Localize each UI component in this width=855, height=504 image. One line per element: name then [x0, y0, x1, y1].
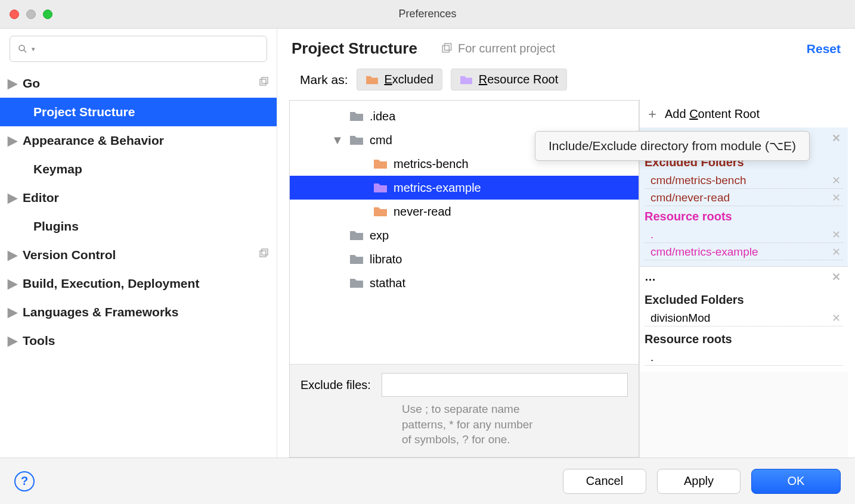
preferences-tree: ▶ Go Project Structure ▶ Appearance & Be… [0, 66, 277, 458]
directory-row[interactable]: metrics-example [290, 176, 639, 200]
sidebar-item-editor[interactable]: ▶ Editor [0, 183, 277, 212]
content-root-entry[interactable]: … ✕ [640, 266, 848, 287]
directory-label: stathat [370, 276, 405, 290]
caret-right-icon: ▶ [7, 334, 18, 348]
resource-root-item[interactable]: . [645, 349, 843, 366]
help-button[interactable]: ? [14, 471, 35, 491]
window-title: Preferences [0, 8, 855, 20]
folder-excluded-icon [365, 74, 379, 85]
remove-excluded-button[interactable]: ✕ [829, 174, 843, 187]
sidebar-item-label: Editor [23, 191, 59, 205]
remove-excluded-button[interactable]: ✕ [829, 312, 843, 325]
sidebar-item-keymap[interactable]: Keymap [0, 155, 277, 183]
directory-label: metrics-example [394, 181, 481, 195]
sidebar-item-plugins[interactable]: Plugins [0, 212, 277, 241]
remove-content-root-button[interactable]: ✕ [829, 132, 843, 145]
svg-rect-5 [262, 249, 268, 255]
page-title: Project Structure [292, 39, 417, 58]
excluded-folder-item[interactable]: divisionMod ✕ [645, 309, 843, 326]
remove-resource-button[interactable]: ✕ [829, 228, 843, 241]
exclude-files-label: Exclude files: [301, 378, 371, 392]
svg-line-1 [24, 50, 26, 52]
svg-rect-2 [260, 79, 266, 85]
main-panel: Project Structure For current project Re… [277, 29, 855, 458]
mark-resource-root-button[interactable]: Resource Root [451, 69, 567, 91]
sidebar-item-appearance[interactable]: ▶ Appearance & Behavior [0, 126, 277, 155]
folder-icon [373, 182, 388, 194]
folder-icon [373, 206, 388, 217]
sidebar-item-label: Languages & Frameworks [23, 305, 178, 319]
exclude-files-hint: Use ; to separate name patterns, * for a… [301, 402, 628, 447]
add-content-root-label: Add Content Root [665, 107, 760, 121]
folder-resource-icon [460, 74, 473, 85]
reset-button[interactable]: Reset [807, 42, 841, 56]
resource-root-item[interactable]: . ✕ [645, 226, 843, 243]
project-scope-icon [259, 248, 269, 262]
directory-label: never-read [394, 205, 451, 219]
resource-root-item[interactable]: cmd/metrics-example ✕ [645, 243, 843, 260]
sidebar-item-tools[interactable]: ▶ Tools [0, 326, 277, 355]
resource-roots-header: Resource roots [645, 210, 843, 223]
caret-right-icon: ▶ [7, 76, 18, 91]
sidebar-item-go[interactable]: ▶ Go [0, 69, 277, 98]
exclude-files-input[interactable] [382, 373, 628, 397]
ok-button[interactable]: OK [751, 469, 841, 494]
directory-row[interactable]: never-read [290, 200, 639, 223]
directory-row[interactable]: librato [290, 247, 639, 271]
folder-icon [349, 253, 364, 265]
caret-right-icon: ▶ [7, 276, 18, 291]
dialog-footer: ? Cancel Apply OK [0, 458, 855, 504]
content-root-path: … [645, 270, 656, 284]
directory-label: .idea [370, 110, 395, 123]
search-input[interactable]: ▾ [10, 36, 267, 62]
remove-resource-button[interactable]: ✕ [829, 245, 843, 259]
directory-label: cmd [370, 133, 392, 147]
tooltip: Include/Exclude directory from module (⌥… [535, 131, 810, 161]
root1-groups: Excluded Folders cmd/metrics-bench ✕ cmd… [640, 148, 848, 266]
project-scope-icon [441, 43, 453, 55]
folder-icon [373, 158, 388, 170]
excluded-folder-item[interactable]: cmd/metrics-bench ✕ [645, 172, 843, 189]
sidebar-item-version-control[interactable]: ▶ Version Control [0, 241, 277, 269]
sidebar-item-label: Version Control [23, 248, 116, 262]
exclude-files-section: Exclude files: Use ; to separate name pa… [290, 364, 639, 457]
folder-icon [349, 277, 364, 289]
directory-row[interactable]: stathat [290, 271, 639, 295]
folder-icon [349, 110, 364, 122]
root2-groups: Excluded Folders divisionMod ✕ Resource … [640, 287, 848, 372]
panel-header: Project Structure For current project Re… [277, 29, 855, 64]
mark-as-row: Mark as: Excluded Resource Root [277, 64, 855, 99]
project-scope-icon [259, 76, 269, 91]
caret-down-icon: ▼ [332, 133, 343, 147]
excluded-folders-header: Excluded Folders [645, 293, 843, 307]
scope-indicator: For current project [441, 42, 555, 55]
mark-excluded-button[interactable]: Excluded [357, 69, 442, 91]
excluded-folder-item[interactable]: cmd/never-read ✕ [645, 189, 843, 206]
cancel-button[interactable]: Cancel [563, 469, 646, 494]
caret-right-icon: ▶ [7, 305, 18, 319]
caret-right-icon: ▶ [7, 248, 18, 262]
caret-right-icon: ▶ [7, 191, 18, 205]
svg-rect-3 [262, 77, 268, 83]
svg-point-0 [19, 45, 24, 51]
titlebar: Preferences [0, 0, 855, 29]
search-icon [17, 43, 28, 54]
sidebar-item-label: Appearance & Behavior [23, 133, 164, 148]
svg-rect-7 [445, 43, 451, 50]
search-field[interactable] [39, 43, 259, 54]
sidebar-item-project-structure[interactable]: Project Structure [0, 98, 277, 126]
sidebar-item-build[interactable]: ▶ Build, Execution, Deployment [0, 269, 277, 298]
apply-button[interactable]: Apply [657, 469, 741, 494]
svg-rect-4 [260, 251, 266, 257]
sidebar-item-languages[interactable]: ▶ Languages & Frameworks [0, 298, 277, 326]
remove-content-root-button[interactable]: ✕ [829, 270, 843, 284]
caret-right-icon: ▶ [7, 133, 18, 148]
directory-row[interactable]: .idea [290, 104, 639, 128]
sidebar-item-label: Build, Execution, Deployment [23, 276, 199, 291]
directory-label: librato [370, 253, 402, 266]
remove-excluded-button[interactable]: ✕ [829, 191, 843, 204]
add-content-root-button[interactable]: ＋ Add Content Root [640, 99, 848, 127]
sidebar-item-label: Project Structure [33, 105, 135, 119]
directory-row[interactable]: exp [290, 223, 639, 247]
sidebar-item-label: Plugins [33, 219, 79, 234]
